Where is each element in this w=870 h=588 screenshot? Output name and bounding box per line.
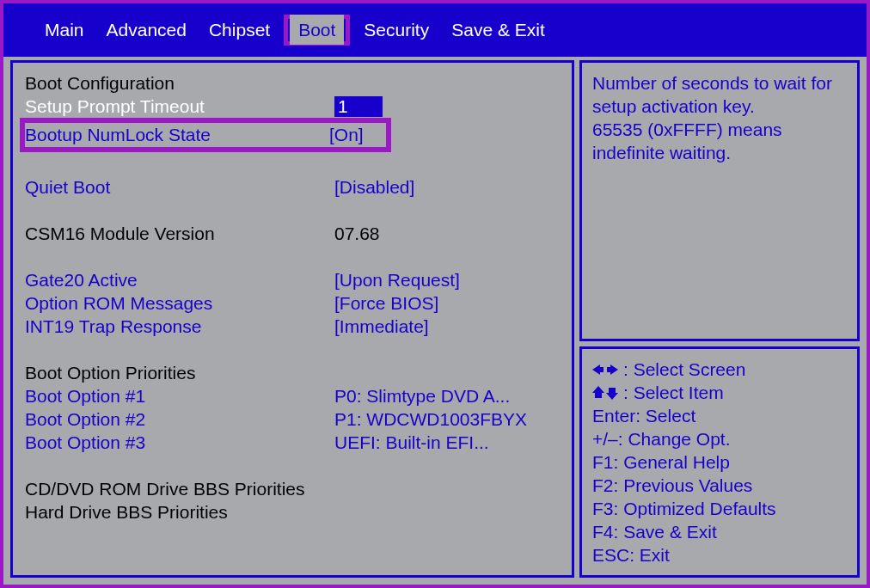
tab-chipset[interactable]: Chipset (200, 15, 279, 46)
row-gate20[interactable]: Gate20 Active [Upon Request] (25, 268, 556, 291)
row-cd-bbs[interactable]: CD/DVD ROM Drive BBS Priorities (25, 477, 556, 500)
gate20-label: Gate20 Active (25, 270, 334, 291)
boot-option-3-value[interactable]: UEFI: Built-in EFI... (334, 432, 489, 453)
setup-prompt-timeout-label: Setup Prompt Timeout (25, 96, 334, 117)
boot-option-2-value[interactable]: P1: WDCWD1003FBYX (334, 409, 527, 430)
legend-f2: F2: Previous Values (592, 474, 847, 497)
tab-security[interactable]: Security (355, 15, 438, 46)
arrow-right-left-icon (592, 364, 618, 376)
int19-label: INT19 Trap Response (25, 316, 334, 337)
hd-bbs-label: Hard Drive BBS Priorities (25, 502, 228, 523)
section-boot-priorities: Boot Option Priorities (25, 361, 556, 384)
help-line-4: indefinite waiting. (592, 141, 847, 164)
oprom-value[interactable]: [Force BIOS] (334, 293, 438, 314)
boot-option-1-label: Boot Option #1 (25, 386, 334, 407)
row-quiet-boot[interactable]: Quiet Boot [Disabled] (25, 175, 556, 199)
legend-select-screen: : Select Screen (592, 358, 847, 381)
setup-prompt-timeout-value[interactable]: 1 (334, 96, 383, 117)
help-line-2: setup activation key. (592, 95, 847, 118)
arrow-up-down-icon (592, 386, 618, 400)
row-boot-option-2[interactable]: Boot Option #2 P1: WDCWD1003FBYX (25, 407, 556, 431)
legend-select-item-text: : Select Item (623, 383, 724, 403)
quiet-boot-value[interactable]: [Disabled] (334, 177, 414, 198)
row-int19[interactable]: INT19 Trap Response [Immediate] (25, 315, 556, 338)
legend-f4: F4: Save & Exit (592, 520, 847, 543)
row-hd-bbs[interactable]: Hard Drive BBS Priorities (25, 500, 556, 524)
tab-advanced[interactable]: Advanced (98, 15, 195, 46)
work-area: Boot Configuration Setup Prompt Timeout … (3, 57, 867, 585)
oprom-label: Option ROM Messages (25, 293, 334, 314)
row-boot-option-3[interactable]: Boot Option #3 UEFI: Built-in EFI... (25, 431, 556, 454)
legend-select-screen-text: : Select Screen (623, 359, 745, 380)
boot-option-3-label: Boot Option #3 (25, 432, 334, 453)
numlock-label: Bootup NumLock State (25, 125, 329, 145)
row-bootup-numlock-state[interactable]: Bootup NumLock State [On] (20, 118, 391, 152)
legend-enter: Enter: Select (592, 404, 847, 427)
tab-boot[interactable]: Boot (290, 15, 344, 45)
legend-change: +/–: Change Opt. (592, 427, 847, 450)
menu-bar: Main Advanced Chipset Boot Security Save… (3, 3, 867, 57)
gate20-value[interactable]: [Upon Request] (334, 270, 460, 291)
numlock-value[interactable]: [On] (329, 125, 364, 145)
csm-value: 07.68 (334, 224, 380, 244)
help-line-3: 65535 (0xFFFF) means (592, 118, 847, 141)
help-pane: Number of seconds to wait for setup acti… (579, 60, 860, 341)
row-oprom[interactable]: Option ROM Messages [Force BIOS] (25, 291, 556, 315)
section-boot-priorities-label: Boot Option Priorities (25, 363, 195, 383)
boot-option-2-label: Boot Option #2 (25, 409, 334, 430)
section-boot-config: Boot Configuration (25, 71, 556, 95)
legend-pane: : Select Screen : Select Item Enter: Sel… (579, 346, 860, 578)
row-setup-prompt-timeout[interactable]: Setup Prompt Timeout 1 (25, 95, 556, 118)
quiet-boot-label: Quiet Boot (25, 177, 334, 198)
settings-pane: Boot Configuration Setup Prompt Timeout … (10, 60, 574, 578)
cd-bbs-label: CD/DVD ROM Drive BBS Priorities (25, 479, 305, 499)
legend-f1: F1: General Help (592, 450, 847, 474)
help-line-1: Number of seconds to wait for (592, 71, 847, 95)
csm-label: CSM16 Module Version (25, 224, 334, 244)
boot-option-1-value[interactable]: P0: Slimtype DVD A... (334, 386, 510, 407)
row-csm-version: CSM16 Module Version 07.68 (25, 222, 556, 245)
section-boot-config-label: Boot Configuration (25, 73, 175, 94)
tab-saveexit[interactable]: Save & Exit (443, 15, 554, 46)
legend-f3: F3: Optimized Defaults (592, 497, 847, 520)
int19-value[interactable]: [Immediate] (334, 316, 429, 337)
row-boot-option-1[interactable]: Boot Option #1 P0: Slimtype DVD A... (25, 384, 556, 407)
legend-esc: ESC: Exit (592, 543, 847, 567)
right-column: Number of seconds to wait for setup acti… (579, 60, 860, 578)
tab-main[interactable]: Main (36, 15, 93, 46)
tab-boot-highlight: Boot (284, 15, 350, 46)
legend-select-item: : Select Item (592, 381, 847, 404)
